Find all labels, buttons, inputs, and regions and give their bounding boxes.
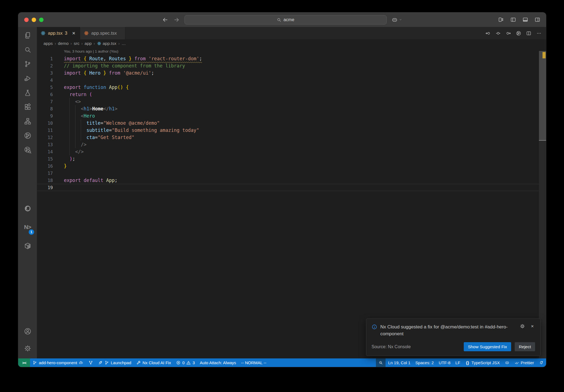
tab-app.spec.tsx[interactable]: app.spec.tsx [80,27,125,39]
open-change-button[interactable] [495,31,501,36]
activity-item-edge-tools[interactable] [18,199,37,218]
status-language-mode[interactable]: {}TypeScript JSX [463,358,502,367]
status-label: Ln 19, Col 1 [388,358,410,367]
breadcrumb-item-app.tsx[interactable]: app.tsx [97,41,116,46]
reject-button[interactable]: Reject [515,342,535,351]
status-nx-cloud-ai-fix[interactable]: Nx Cloud AI Fix [134,358,173,367]
files-icon [24,31,32,39]
braces-icon: {} [465,360,470,365]
toggle-sidebar-right-button[interactable] [534,17,541,23]
status-remote-indicator[interactable]: >< [18,358,30,367]
activity-item-run-and-debug[interactable] [18,71,37,85]
wrench-icon [136,360,141,365]
next-change-button[interactable] [506,31,511,36]
show-suggested-fix-button[interactable]: Show Suggested Fix [464,342,511,351]
gitlens-codelens[interactable]: You, 3 hours ago | 1 author (You) [64,47,546,55]
notification-close-button[interactable]: ✕ [530,323,535,329]
line-number: 14 [37,148,53,156]
status-git-graph[interactable] [86,358,96,367]
activity-item-testing[interactable] [18,85,37,100]
status-label: LF [455,358,460,367]
window-close-button[interactable] [24,18,29,22]
navigate-back-button[interactable] [162,17,169,23]
package-icon [24,242,32,250]
line-number: 9 [37,113,53,120]
breadcrumb-item-src[interactable]: src [74,41,80,46]
search-icon [276,17,281,22]
gitlens-graph-button[interactable] [516,31,521,36]
navigate-forward-button[interactable] [173,17,180,23]
status-prettier[interactable]: Prettier [512,358,536,367]
status-indentation[interactable]: Spaces: 2 [413,358,436,367]
status-notifications-bell[interactable] [536,358,546,367]
customize-layout-button[interactable] [498,17,504,23]
status-problems[interactable]: 03 [173,358,197,367]
scrollbar-thumb[interactable] [539,51,546,141]
activity-item-search[interactable] [18,42,37,57]
status-zoom-indicator[interactable] [376,358,386,367]
status-git-branch[interactable]: add-hero-component [30,358,86,367]
activity-item-package-explorer[interactable] [18,236,37,255]
code-line-13: 13 /> [37,141,546,148]
status-vim-mode[interactable]: -- NORMAL -- [238,358,269,367]
tab-label: app.spec.tsx [91,31,117,36]
more-actions-button[interactable] [536,31,542,36]
activity-item-gitlens-inspect[interactable] [18,143,37,157]
code-line-11: 11 subtitle="Build something amazing tod… [37,127,546,134]
git-graph-icon [88,360,93,365]
line-number: 1 [37,55,53,62]
activity-item-source-control[interactable] [18,57,37,71]
line-number: 4 [37,77,53,84]
status-bar: ><add-hero-componentLaunchpadNx Cloud AI… [18,358,546,367]
status-label: Spaces: 2 [415,358,434,367]
status-label: -- NORMAL -- [241,358,266,367]
indent-guide [81,119,81,141]
notification-settings-button[interactable] [520,323,525,329]
previous-change-button[interactable] [485,31,491,36]
status-auto-attach[interactable]: Auto Attach: Always [197,358,239,367]
line-number: 19 [37,184,53,191]
line-number: 13 [37,141,53,148]
source-control-icon [24,60,32,68]
command-center-search[interactable]: acme [185,15,387,24]
code-line-16: 16} [37,162,546,170]
status-encoding[interactable]: UTF-8 [436,358,453,367]
activity-item-gitlens[interactable] [18,128,37,143]
line-number: 6 [37,91,53,98]
search-value: acme [283,17,294,22]
tab-strip: app.tsx3✕app.spec.tsx [37,27,546,39]
status-label: Launchpad [111,358,131,367]
breadcrumb-label: apps [44,41,53,46]
status-eol[interactable]: LF [453,358,463,367]
activity-item-project-hierarchy[interactable] [18,114,37,128]
activity-item-extensions[interactable] [18,100,37,114]
window-zoom-button[interactable] [39,18,44,22]
split-editor-button[interactable] [526,31,532,36]
code-editor[interactable]: You, 3 hours ago | 1 author (You) 1impor… [37,47,546,358]
toggle-sidebar-left-button[interactable] [510,17,516,23]
close-icon[interactable]: ✕ [71,31,76,36]
line-number: 7 [37,98,53,105]
activity-item-explorer[interactable] [18,28,37,42]
activity-item-settings[interactable] [18,340,37,357]
activity-item-accounts[interactable] [18,323,37,340]
window-minimize-button[interactable] [32,18,36,22]
react-orange-icon [84,31,89,36]
status-copilot-status[interactable] [502,358,512,367]
toggle-panel-button[interactable] [522,17,528,23]
breadcrumb-item-apps[interactable]: apps [44,41,53,46]
breadcrumb-item-…[interactable]: … [121,41,126,46]
breadcrumb-item-app[interactable]: app [85,41,92,46]
breadcrumb-label: demo [58,41,69,46]
tab-app.tsx[interactable]: app.tsx3✕ [37,27,80,39]
activity-item-nx-console[interactable]: N>1 [18,218,37,236]
status-launchpad[interactable]: Launchpad [96,358,134,367]
extensions-icon [24,103,32,111]
warning-icon [186,360,191,365]
breadcrumb-separator: › [55,41,56,46]
breadcrumb-label: app [85,41,92,46]
status-cursor-position[interactable]: Ln 19, Col 1 [386,358,413,367]
breadcrumb-item-demo[interactable]: demo [58,41,69,46]
copilot-menu-button[interactable] [391,17,403,23]
remote-icon: >< [22,360,26,365]
